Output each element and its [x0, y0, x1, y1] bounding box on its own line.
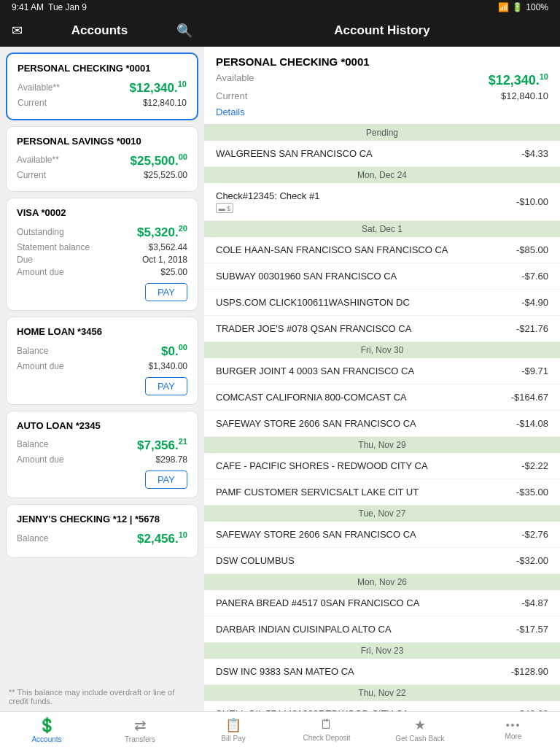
account-current-row: Current $25,525.00 — [17, 170, 187, 180]
tab-billpay-label: Bill Pay — [221, 735, 245, 743]
transaction-desc: BURGER JOINT 4 0003 SAN FRANCISCO CA — [216, 365, 521, 376]
details-link[interactable]: Details — [216, 107, 245, 117]
transaction-row: COLE HAAN-SAN FRANCISCO SAN FRANCISCO CA… — [204, 237, 560, 263]
amount-due-value: $298.78 — [156, 454, 187, 465]
transaction-desc: SAFEWAY STORE 2606 SAN FRANCISCO CA — [216, 418, 516, 429]
transfers-icon: ⇄ — [134, 716, 147, 734]
section-header-nov29: Thu, Nov 29 — [204, 437, 560, 453]
transaction-amount: -$4.90 — [521, 297, 548, 308]
transaction-row: TRADER JOE'S #078 QSAN FRANCISCO CA -$21… — [204, 316, 560, 342]
check-icon: ▬ $ — [216, 203, 233, 213]
account-balance-row: Balance $0.00 — [17, 343, 187, 359]
detail-available-label: Available — [216, 72, 254, 88]
balance-label: Balance — [17, 439, 48, 449]
pay-button-home-loan[interactable]: PAY — [145, 377, 187, 395]
section-header-nov26: Mon, Nov 26 — [204, 574, 560, 590]
transaction-desc: SUBWAY 00301960 SAN FRANCISCO CA — [216, 271, 521, 282]
transaction-amount: -$21.76 — [516, 323, 548, 334]
section-header-nov23: Fri, Nov 23 — [204, 643, 560, 659]
account-balance-row: Balance $7,356.21 — [17, 437, 187, 453]
detail-current-value: $12,840.10 — [501, 90, 548, 101]
transaction-desc: Check#12345: Check #1 — [216, 190, 325, 201]
tab-billpay[interactable]: 📋 Bill Pay — [187, 712, 280, 747]
transaction-amount: -$35.00 — [516, 487, 548, 498]
transaction-amount: -$7.60 — [521, 271, 548, 282]
balance-value: $7,356.21 — [137, 437, 187, 453]
statement-value: $3,562.44 — [149, 242, 187, 252]
amount-due-value: $1,340.00 — [149, 361, 187, 371]
current-label: Current — [17, 170, 46, 180]
section-header-nov27: Tue, Nov 27 — [204, 506, 560, 522]
account-current-row: Current $12,840.10 — [18, 98, 187, 108]
history-scroll[interactable]: Pending WALGREENS SAN FRANCISCO CA -$4.3… — [204, 125, 560, 711]
account-card-jenny-checking[interactable]: JENNY'S CHECKING *12 | *5678 Balance $2,… — [6, 504, 198, 558]
transaction-row: PAMF CUSTOMER SERVICSALT LAKE CIT UT -$3… — [204, 479, 560, 506]
tab-bar: 💲 Accounts ⇄ Transfers 📋 Bill Pay 🗒 Chec… — [0, 711, 560, 747]
outstanding-value: $5,320.20 — [137, 224, 187, 240]
transaction-row: BURGER JOINT 4 0003 SAN FRANCISCO CA -$9… — [204, 358, 560, 384]
tab-cashback-label: Get Cash Back — [395, 735, 444, 743]
transaction-amount: -$128.90 — [511, 666, 548, 677]
account-amount-due-row: Amount due $1,340.00 — [17, 361, 187, 371]
checkdeposit-icon: 🗒 — [320, 717, 333, 732]
transaction-desc: PANERA BREAD #4517 0SAN FRANCISCO CA — [216, 597, 521, 608]
account-available-row: Available** $12,340.10 — [18, 80, 187, 96]
tab-checkdeposit[interactable]: 🗒 Check Deposit — [280, 712, 373, 747]
accounts-icon: 💲 — [38, 716, 56, 734]
transaction-row: SAFEWAY STORE 2606 SAN FRANCISCO CA -$14… — [204, 411, 560, 437]
pay-button-auto-loan[interactable]: PAY — [145, 471, 187, 489]
available-label: Available** — [18, 82, 60, 93]
amount-due-value: $25.00 — [160, 267, 187, 277]
cashback-icon: ★ — [414, 717, 426, 733]
transaction-sub: ▬ $ — [216, 203, 325, 213]
current-value: $12,840.10 — [143, 98, 187, 108]
due-label: Due — [17, 255, 33, 265]
available-value: $12,340.10 — [130, 80, 187, 96]
account-amount-due-row: Amount due $298.78 — [17, 454, 187, 465]
transaction-row: CAFE - PACIFIC SHORES - REDWOOD CITY CA … — [204, 453, 560, 479]
detail-available-row: Available $12,340.10 — [216, 72, 548, 88]
balance-value: $2,456.10 — [137, 530, 187, 546]
transaction-desc: DSW COLUMBUS — [216, 555, 516, 566]
accounts-list[interactable]: PERSONAL CHECKING *0001 Available** $12,… — [0, 47, 204, 682]
account-card-visa[interactable]: VISA *0002 Outstanding $5,320.20 Stateme… — [6, 198, 198, 311]
transaction-row: DSW INC 9383 SAN MATEO CA -$128.90 — [204, 659, 560, 685]
account-detail-header: PERSONAL CHECKING *0001 Available $12,34… — [204, 47, 560, 125]
tab-accounts-label: Accounts — [31, 735, 61, 743]
transaction-row: SAFEWAY STORE 2606 SAN FRANCISCO CA -$2.… — [204, 522, 560, 548]
account-outstanding-row: Outstanding $5,320.20 — [17, 224, 187, 240]
right-panel-title: Account History — [334, 23, 429, 38]
account-card-auto-loan[interactable]: AUTO LOAN *2345 Balance $7,356.21 Amount… — [6, 411, 198, 499]
amount-due-label: Amount due — [17, 454, 64, 465]
billpay-icon: 📋 — [225, 717, 241, 733]
section-header-dec24: Mon, Dec 24 — [204, 167, 560, 183]
tab-transfers[interactable]: ⇄ Transfers — [93, 712, 187, 747]
search-icon[interactable]: 🔍 — [176, 23, 192, 39]
battery-icon: 🔋 — [512, 2, 523, 12]
transaction-desc: DSW INC 9383 SAN MATEO CA — [216, 666, 511, 677]
account-card-home-loan[interactable]: HOME LOAN *3456 Balance $0.00 Amount due… — [6, 317, 198, 405]
transaction-desc: COMCAST CALIFORNIA 800-COMCAST CA — [216, 392, 511, 403]
account-name: PERSONAL CHECKING *0001 — [18, 63, 187, 74]
transaction-row: USPS.COM CLICK100611WASHINGTON DC -$4.90 — [204, 290, 560, 316]
balance-label: Balance — [17, 533, 48, 543]
account-name: AUTO LOAN *2345 — [17, 420, 187, 431]
right-header: Account History — [204, 15, 560, 47]
status-bar: 9:41 AM Tue Jan 9 📶 🔋 100% — [0, 0, 560, 15]
account-card-personal-checking[interactable]: PERSONAL CHECKING *0001 Available** $12,… — [6, 53, 198, 120]
tab-accounts[interactable]: 💲 Accounts — [0, 712, 93, 747]
detail-account-name: PERSONAL CHECKING *0001 — [216, 55, 548, 68]
amount-due-label: Amount due — [17, 267, 64, 277]
account-available-row: Available** $25,500.00 — [17, 152, 187, 169]
tab-more[interactable]: ••• More — [467, 712, 560, 747]
pay-button-visa[interactable]: PAY — [145, 283, 187, 301]
message-icon[interactable]: ✉ — [12, 23, 23, 39]
transaction-row: DSW COLUMBUS -$32.00 — [204, 548, 560, 574]
tab-cashback[interactable]: ★ Get Cash Back — [373, 712, 467, 747]
transaction-desc-wrapper: Check#12345: Check #1 ▬ $ — [216, 190, 325, 213]
transaction-amount: -$85.00 — [516, 244, 548, 255]
transaction-amount: -$32.00 — [516, 555, 548, 566]
account-card-personal-savings[interactable]: PERSONAL SAVINGS *0010 Available** $25,5… — [6, 126, 198, 193]
transaction-amount: -$164.67 — [511, 392, 548, 403]
transaction-desc: SAFEWAY STORE 2606 SAN FRANCISCO CA — [216, 529, 521, 540]
